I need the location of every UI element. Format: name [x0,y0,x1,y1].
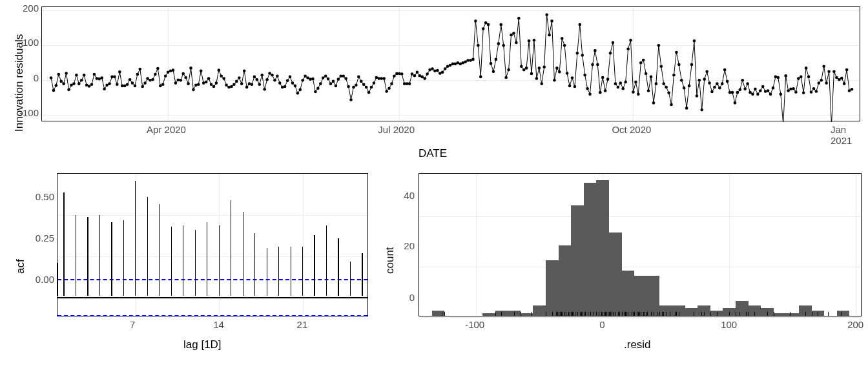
svg-point-270 [736,91,739,94]
svg-point-260 [710,90,714,94]
svg-point-210 [583,74,586,77]
hist-x-axis-label: .resid [624,338,651,351]
svg-point-99 [301,79,304,82]
svg-point-242 [665,86,668,89]
acf-xtick-21: 21 [297,319,308,330]
svg-point-297 [805,67,808,70]
svg-point-253 [693,39,696,43]
svg-point-205 [571,76,574,79]
svg-point-281 [764,90,767,93]
svg-point-306 [827,70,831,73]
svg-point-279 [759,89,762,92]
svg-point-311 [840,77,843,80]
svg-point-268 [731,91,734,94]
svg-point-225 [621,87,625,90]
svg-point-26 [116,83,119,86]
svg-point-149 [428,68,431,72]
svg-point-250 [685,107,688,110]
acf-ytick-050: 0.50 [23,191,54,202]
svg-point-102 [309,78,312,81]
svg-point-255 [698,79,701,82]
svg-point-146 [420,76,424,79]
svg-point-6 [65,72,68,75]
svg-point-103 [311,78,315,81]
svg-point-199 [555,67,559,70]
svg-point-208 [578,23,581,26]
svg-point-163 [464,60,467,63]
svg-point-35 [138,68,141,71]
svg-point-41 [154,73,157,76]
svg-point-134 [390,82,393,85]
svg-point-124 [365,86,368,89]
top-ytick-0: 0 [8,72,39,83]
svg-point-295 [800,76,803,79]
svg-point-173 [490,62,493,65]
svg-point-13 [83,74,86,77]
svg-point-104 [314,90,317,94]
svg-point-62 [207,77,211,80]
svg-point-58 [197,83,200,86]
svg-point-282 [767,89,770,92]
svg-point-310 [838,78,841,81]
svg-point-12 [80,79,83,82]
svg-point-73 [235,80,238,83]
svg-point-287 [779,93,782,96]
svg-point-111 [332,80,335,83]
svg-point-52 [181,72,185,76]
svg-point-123 [362,83,366,86]
svg-point-114 [339,75,342,78]
svg-point-33 [134,85,137,88]
svg-point-246 [675,51,678,54]
svg-point-162 [461,61,464,65]
svg-point-191 [535,77,539,80]
svg-point-169 [479,76,482,79]
svg-point-54 [187,82,190,85]
svg-point-141 [408,82,411,85]
svg-point-122 [360,80,363,83]
svg-point-280 [761,85,765,88]
svg-point-165 [469,59,472,62]
svg-point-151 [433,69,437,72]
svg-point-128 [375,76,378,79]
svg-point-303 [820,79,823,82]
svg-point-74 [238,76,241,79]
svg-point-130 [380,77,383,80]
svg-point-298 [807,76,811,79]
svg-point-17 [93,73,96,76]
svg-point-22 [105,84,108,87]
svg-point-109 [327,78,330,81]
svg-point-116 [344,77,347,80]
svg-point-238 [655,82,658,85]
svg-point-156 [446,65,450,68]
acf-plot-area [57,173,368,316]
svg-point-21 [103,87,106,90]
svg-point-23 [108,82,111,85]
svg-point-113 [337,78,340,81]
svg-point-70 [227,86,231,89]
svg-point-121 [357,76,360,79]
svg-point-271 [738,88,741,92]
svg-point-69 [225,84,228,87]
svg-point-66 [218,68,221,72]
svg-point-206 [574,85,577,88]
svg-point-273 [743,87,747,90]
hist-xtick-100: 100 [721,319,737,330]
svg-point-133 [388,87,391,90]
svg-point-180 [507,68,510,72]
svg-point-299 [810,90,813,94]
svg-point-177 [499,23,502,26]
svg-point-239 [657,44,661,47]
acf-y-axis-label: acf [14,259,27,274]
svg-point-125 [367,91,371,94]
svg-point-170 [482,27,485,30]
svg-point-39 [149,79,152,82]
svg-point-201 [561,37,564,40]
svg-point-200 [558,70,561,74]
svg-point-57 [194,84,198,87]
svg-point-100 [304,75,307,78]
svg-point-106 [319,82,322,85]
hist-xtick-200: 200 [847,319,863,330]
svg-point-11 [78,82,81,85]
svg-point-232 [639,61,643,65]
svg-point-60 [202,81,205,85]
